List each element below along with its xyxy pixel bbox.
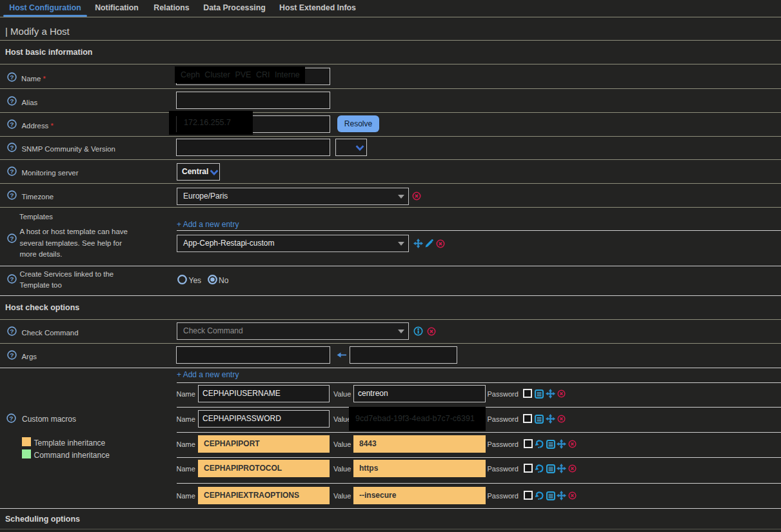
- svg-text:?: ?: [10, 97, 14, 104]
- svg-text:?: ?: [10, 121, 14, 128]
- svg-text:?: ?: [10, 351, 14, 359]
- svg-text:?: ?: [10, 144, 14, 151]
- svg-text:?: ?: [10, 168, 14, 175]
- svg-text:?: ?: [10, 328, 14, 335]
- svg-text:?: ?: [10, 235, 14, 242]
- svg-text:?: ?: [10, 415, 14, 422]
- svg-text:?: ?: [10, 275, 14, 282]
- svg-text:?: ?: [10, 192, 14, 199]
- svg-text:?: ?: [10, 74, 14, 81]
